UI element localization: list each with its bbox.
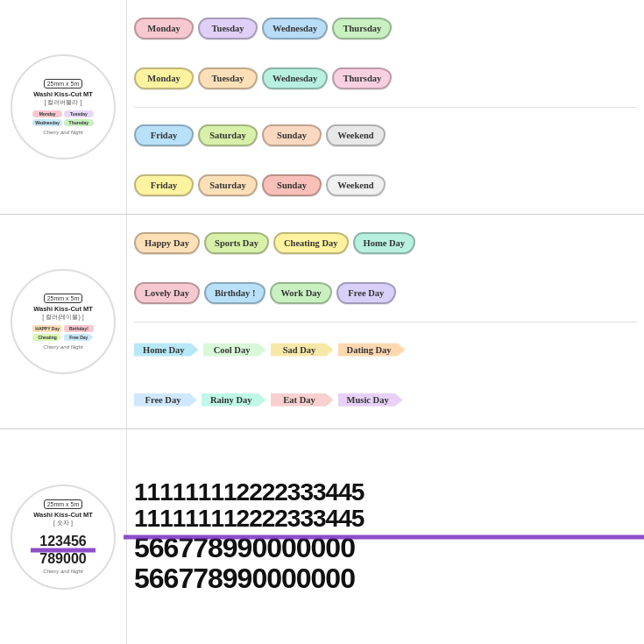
mini-happy: HAPPY Day bbox=[32, 325, 62, 332]
sticker-eatday: Eat Day bbox=[271, 391, 334, 409]
left-panel-row1: 25mm x 5m Washi Kiss-Cut MT [ 컬러버블라 ] Mo… bbox=[0, 0, 127, 214]
sticker-workday: Work Day bbox=[270, 282, 331, 304]
mini-stickers-row2: HAPPY Day Birthday! Cheating Free Day bbox=[32, 325, 93, 341]
mini-stickers-row1: Monday Tuesday Wednesday Thursday bbox=[32, 110, 93, 126]
product-name-row3: Washi Kiss-Cut MT bbox=[33, 511, 93, 519]
sticker-freeday2: Free Day bbox=[134, 391, 197, 409]
circle-card-row2: 25mm x 5m Washi Kiss-Cut MT [ 컬러(레이블) ] … bbox=[11, 269, 116, 374]
mini-free: Free Day bbox=[64, 334, 94, 341]
purple-line-main bbox=[124, 534, 644, 539]
sticker-monday-1: Monday bbox=[134, 18, 194, 39]
ribbon-row-1: Home Day Cool Day Sad Day Dating Day bbox=[134, 327, 637, 373]
right-panel-row3: 111111112222333445 111111112222333445 56… bbox=[127, 429, 644, 644]
mini-birthday: Birthday! bbox=[64, 325, 94, 332]
sticker-tuesday-1: Tuesday bbox=[198, 18, 258, 39]
number-display: 123456 789000 bbox=[39, 533, 86, 566]
mini-thursday: Thursday bbox=[64, 119, 94, 126]
product-name-row1: Washi Kiss-Cut MT bbox=[33, 90, 93, 98]
num-line2: 789000 bbox=[39, 550, 86, 567]
sticker-coolday: Cool Day bbox=[203, 341, 266, 359]
mini-monday: Monday bbox=[32, 110, 62, 117]
sticker-lovely: Lovely Day bbox=[134, 282, 200, 304]
brand-row3: Cherry and Night bbox=[43, 569, 82, 574]
left-panel-row2: 25mm x 5m Washi Kiss-Cut MT [ 컬러(레이블) ] … bbox=[0, 215, 127, 428]
left-panel-row3: 25mm x 5m Washi Kiss-Cut MT [ 숫자 ] 12345… bbox=[0, 429, 127, 644]
sticker-thursday-1: Thursday bbox=[332, 18, 392, 39]
main-container: 25mm x 5m Washi Kiss-Cut MT [ 컬러버블라 ] Mo… bbox=[0, 0, 644, 644]
sticker-monday-2: Monday bbox=[134, 67, 194, 89]
size-label-row2: 25mm x 5m bbox=[44, 294, 83, 303]
ribbon-row-2: Free Day Rainy Day Eat Day Music Day bbox=[134, 377, 637, 423]
size-label-row3: 25mm x 5m bbox=[44, 499, 83, 509]
sticker-rainyday: Rainy Day bbox=[202, 391, 266, 409]
cloud-row-1: Happy Day Sports Day Cheating Day Home D… bbox=[134, 220, 637, 266]
sep-1 bbox=[134, 107, 637, 108]
sticker-wednesday-1: Wednesday bbox=[262, 18, 328, 39]
sticker-row-1a: Monday Tuesday Wednesday Thursday bbox=[134, 5, 637, 52]
sticker-weekend-1: Weekend bbox=[326, 124, 386, 146]
sticker-happy: Happy Day bbox=[134, 232, 200, 254]
sticker-cheating: Cheating Day bbox=[273, 232, 349, 254]
sticker-thursday-2: Thursday bbox=[332, 67, 392, 89]
sticker-friday-2: Friday bbox=[134, 174, 194, 196]
sticker-weekend-2: Weekend bbox=[326, 174, 386, 196]
size-label-row1: 25mm x 5m bbox=[44, 79, 83, 88]
brand-row2: Cherry and Night bbox=[43, 344, 82, 350]
cloud-row-2: Lovely Day Birthday ! Work Day Free Day bbox=[134, 270, 637, 316]
product-name-row2: Washi Kiss-Cut MT bbox=[33, 305, 93, 313]
sticker-homeday-top: Home Day bbox=[353, 232, 416, 254]
sticker-tuesday-2: Tuesday bbox=[198, 67, 258, 89]
circle-card-row1: 25mm x 5m Washi Kiss-Cut MT [ 컬러버블라 ] Mo… bbox=[11, 54, 116, 159]
sticker-sunday-1: Sunday bbox=[262, 124, 322, 146]
korean-row2: [ 컬러(레이블) ] bbox=[42, 313, 83, 322]
circle-card-row3: 25mm x 5m Washi Kiss-Cut MT [ 숫자 ] 12345… bbox=[11, 485, 116, 590]
sticker-sunday-2: Sunday bbox=[262, 174, 322, 196]
right-panel-row2: Happy Day Sports Day Cheating Day Home D… bbox=[127, 215, 644, 428]
numbers-line1: 111111112222333445 bbox=[134, 479, 637, 506]
korean-row3: [ 숫자 ] bbox=[53, 519, 73, 527]
sticker-saturday-1: Saturday bbox=[198, 124, 258, 146]
sticker-homeday2: Home Day bbox=[134, 341, 199, 359]
sticker-sports: Sports Day bbox=[204, 232, 269, 254]
row-weekdays: 25mm x 5m Washi Kiss-Cut MT [ 컬러버블라 ] Mo… bbox=[0, 0, 644, 215]
sticker-musicday: Music Day bbox=[338, 391, 403, 409]
sticker-sadday: Sad Day bbox=[271, 341, 334, 359]
row-numbers: 25mm x 5m Washi Kiss-Cut MT [ 숫자 ] 12345… bbox=[0, 429, 644, 644]
mini-tuesday: Tuesday bbox=[64, 110, 94, 117]
brand-row1: Cherry and Night bbox=[43, 130, 82, 135]
sticker-saturday-2: Saturday bbox=[198, 174, 258, 196]
sticker-birthday: Birthday ! bbox=[204, 282, 265, 304]
row-specials: 25mm x 5m Washi Kiss-Cut MT [ 컬러(레이블) ] … bbox=[0, 215, 644, 429]
purple-line bbox=[31, 548, 95, 552]
right-panel-row1: Monday Tuesday Wednesday Thursday Monday… bbox=[127, 0, 644, 214]
sticker-freeday-top: Free Day bbox=[336, 282, 396, 304]
sticker-row-1b: Monday Tuesday Wednesday Thursday bbox=[134, 55, 637, 102]
sep-2 bbox=[134, 322, 637, 322]
sticker-row-1d: Friday Saturday Sunday Weekend bbox=[134, 162, 637, 209]
numbers-line4: 566778990000000 bbox=[134, 563, 637, 594]
mini-wednesday: Wednesday bbox=[32, 119, 62, 126]
numbers-block: 111111112222333445 111111112222333445 56… bbox=[134, 476, 637, 598]
sticker-datingday: Dating Day bbox=[338, 341, 406, 359]
korean-row1: [ 컬러버블라 ] bbox=[45, 98, 82, 107]
sticker-row-1c: Friday Saturday Sunday Weekend bbox=[134, 112, 637, 159]
mini-cheating: Cheating bbox=[32, 334, 62, 341]
sticker-friday-1: Friday bbox=[134, 124, 194, 146]
sticker-wednesday-2: Wednesday bbox=[262, 67, 328, 89]
numbers-line2: 111111112222333445 bbox=[134, 506, 637, 533]
